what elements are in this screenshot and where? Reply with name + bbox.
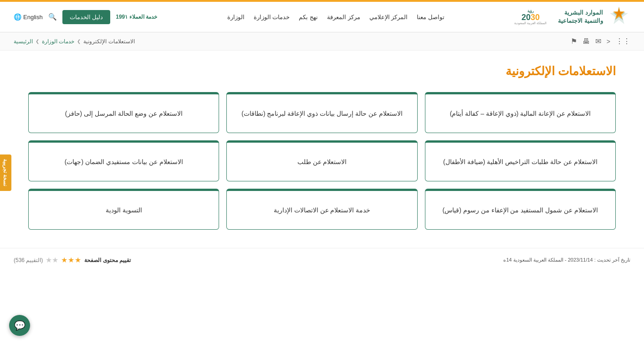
email-icon[interactable]: ✉ [595, 37, 601, 46]
card-request-inquiry[interactable]: الاستعلام عن طلب [226, 140, 417, 181]
nav-item-contact[interactable]: تواصل معنا [417, 12, 445, 22]
footer-bar: تاريخ آخر تحديث : 2023/11/14 - المملكة ا… [0, 248, 644, 272]
share-social-icon[interactable]: < [607, 38, 610, 45]
nav-item-knowledge[interactable]: مركز المعرفة [327, 12, 360, 22]
toolbar-icons: ⋮⋮ < ✉ 🖶 ⚑ [571, 37, 630, 46]
nav-item-nhj[interactable]: نهج بكم [299, 12, 318, 22]
rating-area: تقييم محتوى الصفحة ★★★ ★★ (التقييم 536) [14, 256, 131, 264]
share-icon[interactable]: ⋮⋮ [616, 37, 630, 46]
breadcrumb-sep-1: ❯ [36, 39, 39, 44]
card-beneficiaries-data[interactable]: الاستعلام عن بيانات مستفيدي الضمان (جهات… [28, 140, 219, 181]
card-hafiz-status[interactable]: الاستعلام عن وضع الحالة المرسل إلى (حافز… [28, 92, 219, 133]
logo-area: الموارد البشرية والتنمية الاجتماعية رؤية… [514, 5, 630, 28]
header: الموارد البشرية والتنمية الاجتماعية رؤية… [0, 2, 644, 32]
nav-item-ministry[interactable]: الوزارة [227, 12, 245, 22]
page-title: الاستعلامات الإلكترونية [28, 64, 616, 78]
language-label: English [23, 14, 43, 21]
bookmark-icon[interactable]: ⚑ [571, 37, 577, 46]
rating-label: تقييم محتوى الصفحة [84, 257, 131, 263]
search-icon[interactable]: 🔍 [48, 13, 57, 21]
card-licenses-status[interactable]: الاستعلام عن حالة طلبات التراخيص الأهلية… [425, 140, 616, 181]
card-disability-data[interactable]: الاستعلام عن حالة إرسال بيانات ذوي الإعا… [226, 92, 417, 133]
card-financial-aid[interactable]: الاستعلام عن الإعانة المالية (ذوي الإعاق… [425, 92, 616, 133]
services-guide-button[interactable]: دليل الخدمات [62, 10, 111, 24]
cards-grid: الاستعلام عن الإعانة المالية (ذوي الإعاق… [28, 92, 616, 230]
customer-service-label[interactable]: خدمة العملاء 199١ [116, 14, 157, 20]
breadcrumb: الاستعلامات الإلكترونية ❯ خدمات الوزارة … [14, 38, 135, 45]
header-right: خدمة العملاء 199١ دليل الخدمات 🔍 English… [14, 10, 157, 24]
ministry-name: الموارد البشرية والتنمية الاجتماعية [558, 9, 603, 25]
breadcrumb-bar: ⋮⋮ < ✉ 🖶 ⚑ الاستعلامات الإلكترونية ❯ خدم… [0, 32, 644, 51]
breadcrumb-current: الاستعلامات الإلكترونية [83, 38, 134, 45]
main-nav: تواصل معنا المركز الإعلامي مركز المعرفة … [157, 12, 515, 22]
rating-count: (التقييم 536) [14, 257, 43, 263]
nav-item-media[interactable]: المركز الإعلامي [369, 12, 408, 22]
card-amicable-settlement[interactable]: التسوية الودية [28, 189, 219, 230]
print-icon[interactable]: 🖶 [583, 37, 590, 46]
breadcrumb-sep-2: ❯ [77, 39, 81, 44]
empty-stars[interactable]: ★★ [46, 256, 58, 264]
ministry-logo-icon [608, 5, 630, 28]
filled-stars[interactable]: ★★★ [61, 256, 82, 264]
card-admin-comms[interactable]: خدمة الاستعلام عن الاتصالات الإدارية [226, 189, 417, 230]
vision-2030-logo: رؤية 2030 المملكة العربية السعودية [514, 9, 547, 25]
main-content: الاستعلامات الإلكترونية الاستعلام عن الإ… [15, 51, 629, 239]
last-update-text: تاريخ آخر تحديث : 2023/11/14 - المملكة ا… [503, 257, 630, 263]
language-switcher[interactable]: English 🌐 [14, 13, 43, 21]
side-tab-beta[interactable]: نسخة تجريبية [0, 154, 11, 191]
card-qiyas-exemption[interactable]: الاستعلام عن شمول المستفيد من الإعفاء من… [425, 189, 616, 230]
nav-item-ministry-services[interactable]: خدمات الوزارة [254, 12, 290, 22]
breadcrumb-home[interactable]: الرئيسية [14, 38, 33, 45]
breadcrumb-ministry-services[interactable]: خدمات الوزارة [42, 38, 74, 45]
globe-icon: 🌐 [14, 13, 21, 21]
